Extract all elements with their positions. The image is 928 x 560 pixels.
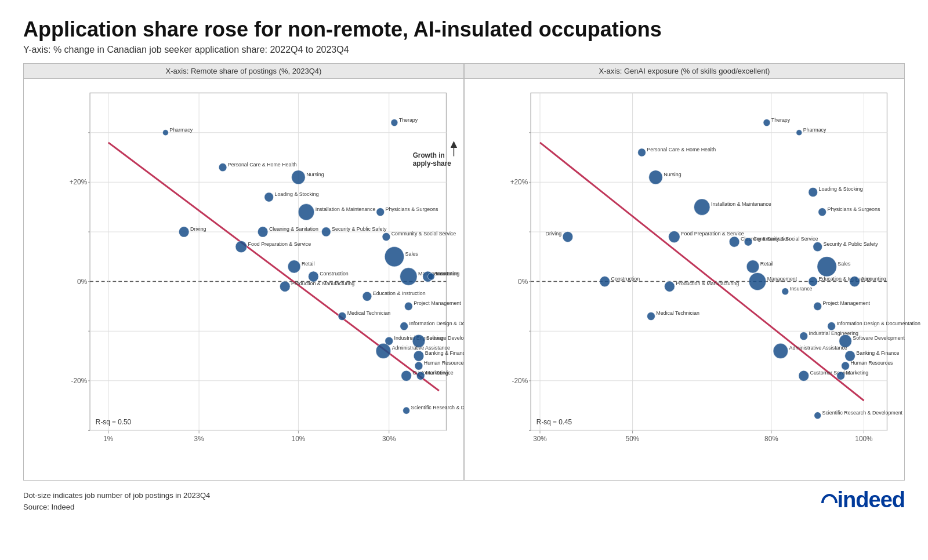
svg-text:Medical Technician: Medical Technician	[656, 311, 699, 317]
svg-point-144	[669, 231, 680, 243]
svg-point-130	[638, 148, 646, 157]
svg-text:Information Design & Documenta: Information Design & Documentation	[836, 321, 920, 326]
indeed-logo: indeed	[821, 488, 905, 512]
page-title: Application share rose for non-remote, A…	[23, 17, 905, 41]
svg-point-75	[400, 322, 408, 330]
svg-text:30%: 30%	[382, 435, 396, 443]
svg-text:Project Management: Project Management	[823, 301, 871, 307]
svg-text:Nursing: Nursing	[664, 172, 681, 177]
svg-text:Administrative Assistance: Administrative Assistance	[789, 346, 847, 351]
svg-text:Installation & Maintenance: Installation & Maintenance	[316, 206, 376, 212]
svg-text:-20%: -20%	[71, 377, 88, 385]
svg-text:Community & Social Service: Community & Social Service	[392, 231, 456, 237]
svg-point-150	[813, 242, 822, 252]
svg-point-91	[403, 408, 410, 414]
svg-point-89	[416, 372, 425, 380]
svg-text:Nursing: Nursing	[306, 172, 324, 177]
svg-point-73	[338, 312, 346, 321]
svg-text:Loading & Stocking: Loading & Stocking	[274, 191, 318, 197]
svg-point-49	[321, 227, 331, 237]
svg-point-128	[796, 130, 802, 136]
svg-point-83	[414, 351, 424, 361]
svg-point-35	[391, 119, 398, 126]
svg-point-138	[694, 199, 710, 215]
chart-panel-2: X-axis: GenAI exposure (% of skills good…	[464, 63, 905, 481]
svg-text:Installation & Maintenance: Installation & Maintenance	[711, 201, 771, 207]
svg-text:apply-share: apply-share	[413, 159, 452, 168]
svg-point-65	[428, 273, 435, 280]
footer-note2: Source: Indeed	[23, 501, 210, 513]
svg-point-71	[404, 303, 412, 311]
svg-text:Project Management: Project Management	[414, 301, 461, 307]
svg-text:Construction: Construction	[611, 276, 640, 282]
svg-point-45	[179, 227, 189, 237]
svg-text:Security & Public Safety: Security & Public Safety	[332, 226, 387, 232]
svg-text:Pharmacy: Pharmacy	[803, 127, 826, 133]
svg-point-146	[729, 237, 740, 247]
svg-point-154	[817, 257, 836, 277]
svg-point-85	[415, 362, 423, 370]
svg-text:Banking & Finance: Banking & Finance	[425, 350, 468, 356]
svg-point-136	[809, 188, 818, 197]
chart2-title: X-axis: GenAI exposure (% of skills good…	[465, 64, 904, 79]
svg-text:1%: 1%	[103, 435, 113, 443]
svg-point-31	[163, 130, 169, 136]
svg-text:Physicians & Surgeons: Physicians & Surgeons	[828, 206, 880, 212]
svg-text:50%: 50%	[626, 435, 640, 443]
svg-text:0%: 0%	[77, 278, 87, 286]
svg-text:Medical Technician: Medical Technician	[347, 311, 390, 317]
footer-notes: Dot-size indicates job number of job pos…	[23, 490, 210, 512]
svg-text:Therapy: Therapy	[771, 117, 791, 123]
svg-point-37	[292, 170, 306, 184]
svg-point-170	[647, 312, 655, 321]
svg-point-184	[799, 371, 809, 381]
svg-point-140	[818, 208, 826, 216]
svg-point-67	[280, 281, 290, 292]
svg-text:R-sq = 0.45: R-sq = 0.45	[536, 419, 572, 427]
svg-point-55	[382, 233, 390, 241]
svg-point-132	[763, 119, 770, 126]
svg-point-134	[649, 170, 663, 184]
svg-text:Physicians & Surgeons: Physicians & Surgeons	[386, 206, 438, 212]
svg-text:Sales: Sales	[405, 251, 419, 257]
chart2-area: +20%0%-20%30%50%80%100%PharmacyPersonal …	[499, 81, 898, 457]
svg-point-166	[665, 281, 675, 292]
svg-point-152	[746, 260, 759, 273]
footer: Dot-size indicates job number of job pos…	[23, 488, 905, 512]
svg-text:Driving: Driving	[546, 231, 562, 237]
svg-point-57	[385, 247, 404, 267]
svg-text:Marketing: Marketing	[426, 370, 448, 376]
svg-text:Insurance: Insurance	[436, 271, 458, 277]
svg-text:R-sq = 0.50: R-sq = 0.50	[96, 419, 132, 427]
svg-text:Management: Management	[767, 276, 798, 282]
svg-point-69	[362, 292, 372, 301]
svg-text:Accounting: Accounting	[861, 276, 886, 282]
svg-text:Security & Public Safety: Security & Public Safety	[824, 241, 879, 247]
svg-text:Driving: Driving	[190, 226, 206, 232]
chart-panel-1: X-axis: Remote share of postings (%, 202…	[23, 63, 464, 481]
svg-point-33	[219, 163, 227, 172]
svg-text:+20%: +20%	[510, 179, 528, 187]
svg-text:Software Development: Software Development	[853, 336, 905, 341]
svg-point-53	[288, 260, 300, 273]
svg-text:Cleaning & Sanitation: Cleaning & Sanitation	[269, 226, 318, 232]
svg-text:3%: 3%	[194, 435, 204, 443]
svg-text:Human Resources: Human Resources	[424, 360, 467, 366]
svg-text:Banking & Finance: Banking & Finance	[856, 350, 899, 356]
svg-point-160	[809, 277, 818, 286]
svg-point-47	[258, 227, 268, 237]
svg-text:80%: 80%	[764, 435, 778, 443]
chart1-area: +20%0%-20%1%3%10%30%PharmacyPersonal Car…	[59, 81, 458, 457]
charts-container: X-axis: Remote share of postings (%, 202…	[23, 63, 905, 481]
chart1-title: X-axis: Remote share of postings (%, 202…	[24, 64, 463, 79]
svg-point-182	[842, 362, 850, 370]
svg-text:Production & Manufacturing: Production & Manufacturing	[291, 281, 354, 286]
svg-text:Marketing: Marketing	[846, 370, 868, 376]
svg-text:Growth in: Growth in	[413, 151, 445, 159]
svg-text:Sales: Sales	[838, 261, 851, 267]
svg-text:10%: 10%	[292, 435, 306, 443]
svg-text:100%: 100%	[855, 435, 873, 443]
svg-text:Food Preparation & Service: Food Preparation & Service	[681, 231, 744, 237]
svg-point-158	[749, 273, 766, 290]
svg-text:Loading & Stocking: Loading & Stocking	[819, 187, 863, 192]
